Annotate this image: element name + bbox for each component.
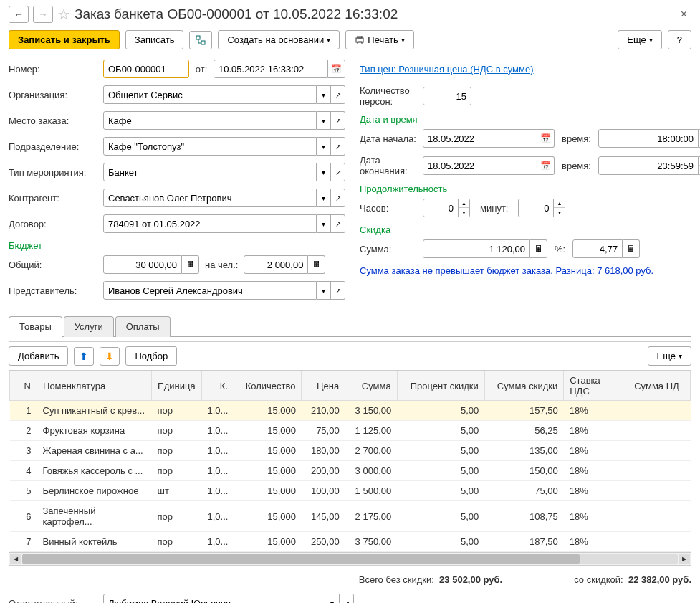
price-type-link[interactable]: Тип цен: Розничная цена (НДС в сумме) [360,64,534,75]
open-icon[interactable]: ↗ [331,281,345,300]
open-icon[interactable]: ↗ [340,594,354,603]
cell-n: 7 [10,532,37,552]
col-unit-header[interactable]: Единица [152,371,202,401]
scroll-right-icon[interactable]: ▶ [679,554,690,564]
cell-nom: Жареная свинина с а... [37,441,152,461]
open-icon[interactable]: ↗ [331,189,345,207]
open-icon[interactable]: ↗ [331,214,345,233]
discount-pct-input[interactable] [572,239,623,258]
place-input[interactable] [103,111,317,130]
col-nom-header[interactable]: Номенклатура [37,371,152,401]
budget-total-input[interactable] [103,255,182,274]
date-input[interactable] [214,60,328,78]
favorite-star-icon[interactable]: ☆ [57,6,70,23]
budget-section-label: Бюджет [9,240,345,251]
event-type-input[interactable] [103,163,317,181]
table-row[interactable]: 6 Запеченный картофел... пор 1,0... 15,0… [10,501,691,532]
persons-input[interactable] [423,87,471,105]
dept-input[interactable] [103,137,317,156]
tab-payments[interactable]: Оплаты [115,316,171,337]
calculator-icon[interactable]: 🖩 [623,239,640,258]
dropdown-icon[interactable]: ▾ [317,281,331,300]
cell-qty: 15,000 [234,421,302,441]
org-input[interactable] [103,85,317,104]
open-icon[interactable]: ↗ [331,163,345,181]
contract-input[interactable] [103,214,317,233]
dropdown-icon[interactable]: ▾ [317,137,331,156]
create-based-button[interactable]: Создать на основании [218,30,340,49]
dropdown-icon[interactable]: ▾ [317,214,331,233]
spinner-up-icon[interactable]: ▲ [459,199,469,208]
discount-sum-input[interactable] [423,239,530,258]
table-row[interactable]: 3 Жареная свинина с а... пор 1,0... 15,0… [10,441,691,461]
col-vat-sum-header[interactable]: Сумма НД [628,371,691,401]
calculator-icon[interactable]: 🖩 [308,255,325,274]
col-price-header[interactable]: Цена [302,371,345,401]
table-more-button[interactable]: Еще [648,346,691,366]
budget-per-input[interactable] [244,255,308,274]
end-time-input[interactable] [598,156,699,175]
open-icon[interactable]: ↗ [331,137,345,156]
col-k-header[interactable]: К. [202,371,234,401]
rep-input[interactable] [103,281,317,300]
dropdown-icon[interactable]: ▾ [325,594,340,603]
number-input[interactable] [103,60,189,78]
calendar-icon[interactable]: 📅 [328,60,345,78]
spinner-down-icon[interactable]: ▼ [459,208,469,217]
table-row[interactable]: 1 Суп пикантный с крев... пор 1,0... 15,… [10,401,691,421]
counterparty-input[interactable] [103,189,317,207]
save-close-button[interactable]: Записать и закрыть [9,30,120,49]
open-icon[interactable]: ↗ [331,111,345,130]
move-up-button[interactable]: ⬆ [74,347,94,366]
help-button[interactable]: ? [668,30,691,49]
nav-back-button[interactable]: ← [9,6,29,23]
cell-price: 100,00 [302,481,345,501]
print-button[interactable]: Печать [345,30,414,49]
calculator-icon[interactable]: 🖩 [182,255,199,274]
total-no-discount-label: Всего без скидки: [359,574,434,585]
start-date-input[interactable] [423,129,537,148]
start-time-input[interactable] [598,129,699,148]
spinner-up-icon[interactable]: ▲ [554,199,565,208]
dropdown-icon[interactable]: ▾ [317,163,331,181]
start-date-label: Дата начала: [360,133,423,144]
add-button[interactable]: Добавить [9,346,68,366]
move-down-button[interactable]: ⬇ [100,347,120,366]
calculator-icon[interactable]: 🖩 [530,239,547,258]
responsible-input[interactable] [103,594,325,603]
col-sum-header[interactable]: Сумма [345,371,398,401]
horizontal-scrollbar[interactable]: ◀ ▶ [9,552,691,565]
minutes-input[interactable] [518,199,554,217]
dropdown-icon[interactable]: ▾ [317,111,331,130]
nav-forward-button[interactable]: → [33,6,53,23]
table-row[interactable]: 4 Говяжья кассероль с ... пор 1,0... 15,… [10,461,691,481]
pick-button[interactable]: Подбор [125,346,177,366]
scroll-thumb[interactable] [22,554,580,564]
open-icon[interactable]: ↗ [331,85,345,104]
spinner-down-icon[interactable]: ▼ [554,208,565,217]
scroll-left-icon[interactable]: ◀ [10,554,21,564]
table-row[interactable]: 2 Фруктовая корзина пор 1,0... 15,000 75… [10,421,691,441]
table-row[interactable]: 5 Берлинское пирожное шт 1,0... 15,000 1… [10,481,691,501]
structure-icon-button[interactable] [189,31,212,49]
hours-input[interactable] [423,199,459,217]
end-date-input[interactable] [423,156,537,175]
cell-sum: 2 175,00 [345,501,398,532]
save-button[interactable]: Записать [125,30,184,49]
tab-services[interactable]: Услуги [64,316,114,337]
cell-disc-sum: 187,50 [484,532,563,552]
col-disc-pct-header[interactable]: Процент скидки [397,371,484,401]
col-disc-sum-header[interactable]: Сумма скидки [484,371,563,401]
dropdown-icon[interactable]: ▾ [317,85,331,104]
close-icon[interactable]: × [676,6,691,22]
total-with-discount-label: со скидкой: [574,574,623,585]
dropdown-icon[interactable]: ▾ [317,189,331,207]
calendar-icon[interactable]: 📅 [537,129,555,148]
col-n-header[interactable]: N [10,371,37,401]
more-button[interactable]: Еще [618,30,661,49]
calendar-icon[interactable]: 📅 [537,156,555,175]
table-row[interactable]: 7 Винный коктейль пор 1,0... 15,000 250,… [10,532,691,552]
tab-goods[interactable]: Товары [9,316,62,337]
col-qty-header[interactable]: Количество [234,371,302,401]
col-vat-header[interactable]: Ставка НДС [564,371,628,401]
